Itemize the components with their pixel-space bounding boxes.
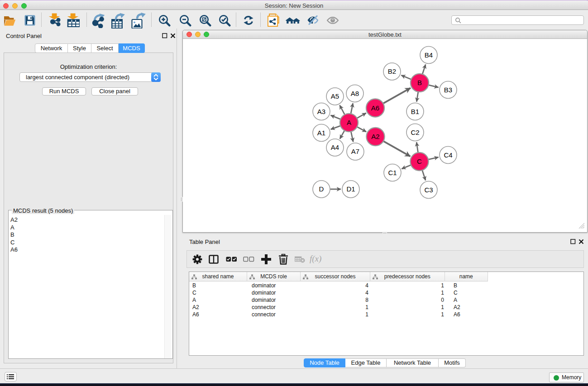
svg-text:B: B [417,79,422,86]
svg-text:B3: B3 [444,86,452,94]
svg-text:D1: D1 [346,185,355,193]
svg-text:A7: A7 [351,148,359,155]
svg-text:B4: B4 [425,51,433,59]
svg-text:C4: C4 [444,151,452,159]
svg-text:A: A [347,119,351,126]
svg-text:C2: C2 [411,129,419,136]
svg-text:f(x): f(x) [310,254,321,264]
svg-text:D: D [319,185,324,193]
svg-text:A2: A2 [371,133,379,140]
svg-text:C3: C3 [424,186,433,194]
svg-text:C: C [417,157,422,165]
svg-text:C1: C1 [388,169,397,176]
svg-text:A5: A5 [331,92,339,100]
svg-text:A1: A1 [317,129,325,137]
svg-text:B2: B2 [388,67,396,75]
svg-text:B1: B1 [411,108,419,115]
svg-text:A8: A8 [351,90,359,97]
svg-text:A6: A6 [371,104,379,112]
svg-text:A3: A3 [317,108,325,115]
svg-text:A4: A4 [331,143,339,151]
